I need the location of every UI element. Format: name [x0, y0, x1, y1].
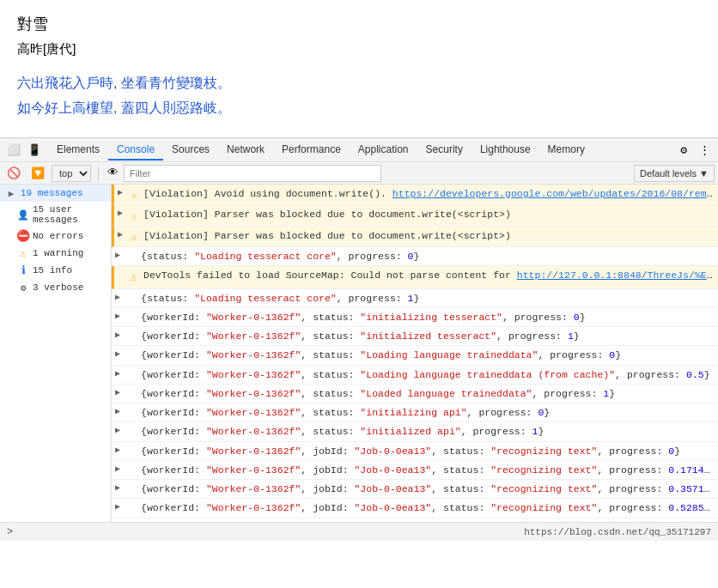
device-icon[interactable]: 📱 — [24, 142, 45, 159]
console-main: ▶ 19 messages 👤 15 user messages ⛔ No er… — [0, 185, 718, 522]
log-entry-warning-sourcemap: ⚠ DevTools failed to load SourceMap: Cou… — [112, 266, 718, 289]
log-entry-info-6: ▶ {workerId: "Worker-0-1362f", status: "… — [112, 366, 718, 385]
expand-triangle-8[interactable]: ▶ — [115, 348, 124, 361]
log-text-violation-2: [Violation] Parser was blocked due to do… — [143, 207, 715, 221]
warn-icon-2: ⚠ — [128, 209, 140, 223]
log-text-info-8: {workerId: "Worker-0-1362f", status: "in… — [141, 405, 715, 420]
log-entry-info-10: ▶ {workerId: "Worker-0-1362f", jobId: "J… — [112, 442, 718, 461]
log-text-info-4: {workerId: "Worker-0-1362f", status: "in… — [141, 329, 715, 343]
expand-triangle-16[interactable]: ▶ — [115, 500, 124, 513]
expand-triangle-9[interactable]: ▶ — [115, 367, 124, 380]
tab-sources[interactable]: Sources — [163, 140, 218, 161]
sidebar-label-all: 19 messages — [21, 188, 83, 198]
log-entry-violation-3: ▶ ⚠ [Violation] Parser was blocked due t… — [112, 227, 718, 247]
log-entry-info-3: ▶ {workerId: "Worker-0-1362f", status: "… — [112, 308, 718, 327]
log-text-info-12: {workerId: "Worker-0-1362f", jobId: "Job… — [141, 482, 715, 496]
sidebar-item-errors[interactable]: ⛔ No errors — [0, 227, 111, 245]
expand-triangle-7[interactable]: ▶ — [115, 329, 124, 342]
inspect-icon[interactable]: ⬜ — [3, 142, 24, 159]
expand-triangle-15[interactable]: ▶ — [115, 482, 124, 494]
page-content: 對雪 高昨[唐代] 六出飛花入戶時, 坐看青竹變瓊枝。 如今好上高樓望, 蓋四人… — [0, 0, 718, 137]
settings-icon[interactable]: ⚙ — [676, 142, 691, 159]
log-entry-info-11: ▶ {workerId: "Worker-0-1362f", jobId: "J… — [112, 461, 718, 480]
expand-triangle-1[interactable]: ▶ — [118, 186, 126, 199]
user-icon: 👤 — [17, 209, 29, 221]
info-icon: ℹ — [17, 264, 29, 276]
expand-icon: ▶ — [5, 187, 17, 199]
log-entry-info-13: ▶ {workerId: "Worker-0-1362f", jobId: "J… — [112, 499, 718, 518]
tab-elements[interactable]: Elements — [48, 140, 108, 161]
warning-icon: ⚠ — [17, 247, 29, 259]
log-text-info-11: {workerId: "Worker-0-1362f", jobId: "Job… — [141, 463, 715, 477]
poem-line-1: 六出飛花入戶時, 坐看青竹變瓊枝。 — [17, 71, 701, 96]
error-icon: ⛔ — [17, 230, 29, 242]
warn-icon-3: ⚠ — [128, 230, 140, 245]
sidebar-item-info[interactable]: ℹ 15 info — [0, 262, 111, 279]
warn-icon-sourcemap: ⚠ — [128, 270, 140, 287]
log-text-info-6: {workerId: "Worker-0-1362f", status: "Lo… — [141, 367, 715, 382]
log-text-violation-1: [Violation] Avoid using document.write()… — [143, 186, 715, 201]
expand-triangle-10[interactable]: ▶ — [115, 386, 124, 399]
console-sidebar: ▶ 19 messages 👤 15 user messages ⛔ No er… — [0, 185, 112, 522]
expand-triangle-5[interactable]: ▶ — [115, 291, 124, 304]
sidebar-label-verbose: 3 verbose — [33, 282, 83, 293]
tab-security[interactable]: Security — [417, 140, 472, 161]
expand-triangle-6[interactable]: ▶ — [115, 310, 124, 323]
log-text-info-5: {workerId: "Worker-0-1362f", status: "Lo… — [141, 348, 715, 362]
sourcemap-link[interactable]: http://127.0.0.1:8848/ThreeJs/%E6%96%87%… — [517, 270, 715, 281]
url-status: https://blog.csdn.net/qq_35171297 — [524, 527, 711, 537]
warn-icon-1: ⚠ — [128, 188, 140, 203]
tab-lighthouse[interactable]: Lighthouse — [472, 140, 539, 161]
log-text-info-1: {status: "Loading tesseract core", progr… — [141, 249, 715, 264]
log-entry-violation-1: ▶ ⚠ [Violation] Avoid using document.wri… — [112, 185, 718, 205]
more-icon[interactable]: ⋮ — [695, 142, 715, 159]
filter-toggle-button[interactable]: 🔽 — [27, 165, 48, 181]
log-text-info-10: {workerId: "Worker-0-1362f", jobId: "Job… — [141, 444, 715, 458]
verbose-icon: ⚙ — [17, 282, 29, 294]
console-prompt[interactable]: > — [7, 526, 13, 538]
devtools-bottom-bar: > https://blog.csdn.net/qq_35171297 — [0, 522, 718, 541]
tab-performance[interactable]: Performance — [273, 140, 350, 161]
context-select[interactable]: top — [52, 165, 91, 182]
expand-triangle-2[interactable]: ▶ — [118, 207, 126, 220]
log-text-warning-sourcemap: DevTools failed to load SourceMap: Could… — [143, 268, 715, 282]
expand-triangle-13[interactable]: ▶ — [115, 444, 124, 457]
eye-icon[interactable]: 👁 — [106, 165, 120, 181]
sidebar-label-user: 15 user messages — [33, 204, 106, 225]
log-entry-info-7: ▶ {workerId: "Worker-0-1362f", status: "… — [112, 385, 718, 403]
log-text-info-9: {workerId: "Worker-0-1362f", status: "in… — [141, 424, 715, 439]
tab-network[interactable]: Network — [218, 140, 273, 161]
sidebar-label-info: 15 info — [33, 265, 72, 276]
poem-line-2: 如今好上高樓望, 蓋四人則惡路岐。 — [17, 96, 701, 121]
expand-triangle-11[interactable]: ▶ — [115, 405, 124, 418]
expand-triangle-4[interactable]: ▶ — [115, 249, 124, 262]
console-divider — [98, 167, 99, 180]
console-log-area[interactable]: ▶ ⚠ [Violation] Avoid using document.wri… — [112, 185, 718, 522]
sidebar-item-verbose[interactable]: ⚙ 3 verbose — [0, 279, 111, 296]
expand-triangle-3[interactable]: ▶ — [118, 228, 126, 241]
sidebar-item-warnings[interactable]: ⚠ 1 warning — [0, 245, 111, 262]
violation-link-1[interactable]: https://developers.google.com/web/update… — [392, 188, 715, 199]
sidebar-label-errors: No errors — [33, 231, 83, 241]
poem-author: 高昨[唐代] — [17, 41, 701, 58]
devtools-tabs: ⬜ 📱 Elements Console Sources Network Per… — [0, 138, 718, 162]
filter-input[interactable] — [124, 165, 381, 182]
sidebar-item-all-messages[interactable]: ▶ 19 messages — [0, 185, 111, 202]
tab-memory[interactable]: Memory — [539, 140, 593, 161]
expand-triangle-14[interactable]: ▶ — [115, 463, 124, 476]
levels-button[interactable]: Default levels ▼ — [634, 165, 715, 182]
poem-body: 六出飛花入戶時, 坐看青竹變瓊枝。 如今好上高樓望, 蓋四人則惡路岐。 — [17, 71, 701, 121]
log-entry-info-8: ▶ {workerId: "Worker-0-1362f", status: "… — [112, 403, 718, 422]
tab-console[interactable]: Console — [108, 140, 163, 161]
log-entry-info-2: ▶ {status: "Loading tesseract core", pro… — [112, 289, 718, 308]
clear-console-button[interactable]: 🚫 — [3, 165, 24, 181]
log-entry-info-1: ▶ {status: "Loading tesseract core", pro… — [112, 247, 718, 266]
log-text-info-13: {workerId: "Worker-0-1362f", jobId: "Job… — [141, 500, 715, 515]
expand-triangle-12[interactable]: ▶ — [115, 424, 124, 437]
log-entry-info-5: ▶ {workerId: "Worker-0-1362f", status: "… — [112, 346, 718, 365]
log-entry-info-4: ▶ {workerId: "Worker-0-1362f", status: "… — [112, 327, 718, 346]
sidebar-item-user-messages[interactable]: 👤 15 user messages — [0, 202, 111, 227]
console-toolbar: 🚫 🔽 top 👁 Default levels ▼ — [0, 162, 718, 185]
tab-application[interactable]: Application — [350, 140, 417, 161]
log-text-violation-3: [Violation] Parser was blocked due to do… — [143, 228, 715, 243]
